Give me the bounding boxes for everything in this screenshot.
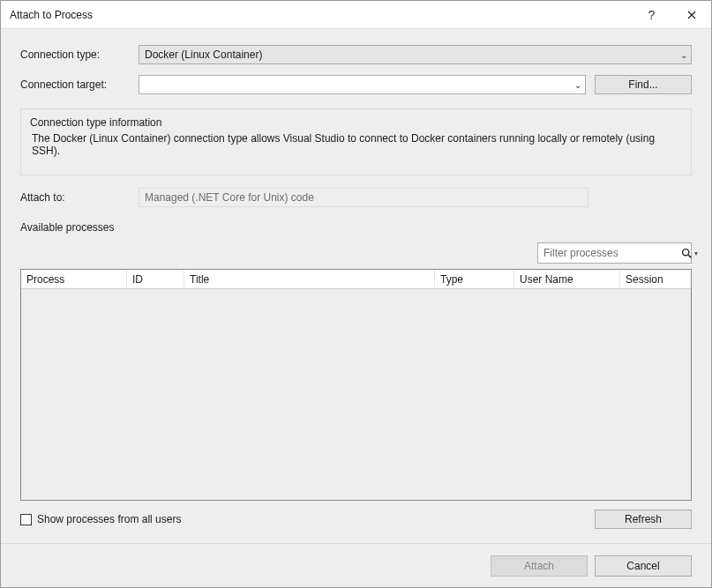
show-all-users-checkbox[interactable]: [20, 514, 32, 525]
column-session[interactable]: Session: [620, 270, 691, 288]
search-icon[interactable]: ▾: [681, 248, 698, 259]
connection-type-label: Connection type:: [20, 48, 139, 61]
table-header: Process ID Title Type User Name Session: [21, 270, 691, 289]
close-button[interactable]: [671, 1, 711, 29]
table-body: [21, 289, 691, 500]
connection-type-value: Docker (Linux Container): [145, 48, 262, 61]
filter-row: ▾: [20, 242, 692, 264]
attach-to-row: Attach to: Managed (.NET Core for Unix) …: [20, 188, 692, 207]
connection-type-row: Connection type: Docker (Linux Container…: [20, 45, 692, 64]
column-type[interactable]: Type: [435, 270, 514, 288]
attach-to-label: Attach to:: [20, 191, 139, 204]
chevron-down-icon: ▾: [694, 249, 698, 257]
attach-to-value: Managed (.NET Core for Unix) code: [139, 188, 588, 207]
chevron-down-icon: ⌄: [680, 50, 687, 60]
connection-target-row: Connection target: ⌄ Find...: [20, 75, 692, 94]
attach-to-process-dialog: Attach to Process ? Connection type: Doc…: [0, 0, 712, 588]
connection-type-info-title: Connection type information: [30, 116, 682, 129]
connection-target-label: Connection target:: [20, 78, 139, 91]
cancel-button[interactable]: Cancel: [595, 555, 692, 577]
svg-point-0: [683, 249, 689, 255]
find-button[interactable]: Find...: [595, 75, 692, 94]
below-table-row: Show processes from all users Refresh: [20, 510, 692, 529]
attach-button[interactable]: Attach: [491, 555, 588, 577]
connection-type-info-group: Connection type information The Docker (…: [20, 108, 692, 175]
filter-processes-box[interactable]: ▾: [537, 242, 692, 264]
help-button[interactable]: ?: [632, 1, 671, 29]
dialog-body: Connection type: Docker (Linux Container…: [1, 29, 711, 543]
chevron-down-icon: ⌄: [574, 80, 581, 90]
connection-type-combo[interactable]: Docker (Linux Container) ⌄: [139, 45, 692, 64]
column-process[interactable]: Process: [21, 270, 127, 288]
filter-processes-input[interactable]: [538, 247, 681, 259]
available-processes-label: Available processes: [20, 221, 692, 234]
column-id[interactable]: ID: [127, 270, 184, 288]
titlebar: Attach to Process ?: [1, 1, 711, 29]
process-table: Process ID Title Type User Name Session: [20, 269, 692, 501]
column-title[interactable]: Title: [184, 270, 435, 288]
column-user[interactable]: User Name: [514, 270, 620, 288]
dialog-footer: Attach Cancel: [1, 543, 711, 587]
show-all-users-label: Show processes from all users: [37, 513, 181, 525]
connection-target-combo[interactable]: ⌄: [139, 75, 586, 94]
window-title: Attach to Process: [10, 9, 632, 21]
refresh-button[interactable]: Refresh: [595, 510, 692, 529]
close-icon: [687, 11, 696, 19]
connection-type-info-text: The Docker (Linux Container) connection …: [30, 132, 682, 157]
svg-line-1: [688, 255, 691, 257]
